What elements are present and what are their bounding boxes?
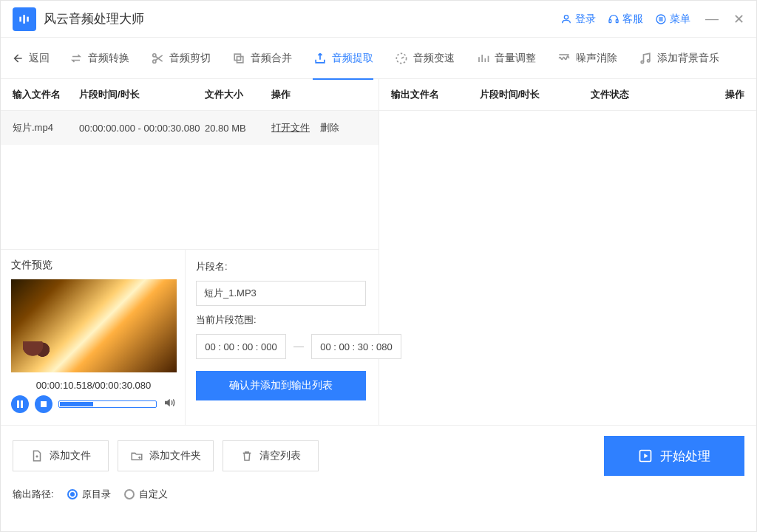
svg-point-10 — [153, 53, 156, 56]
svg-rect-2 — [27, 16, 29, 21]
row-timerange: 00:00:00.000 - 00:00:30.080 — [79, 123, 205, 134]
svg-rect-23 — [21, 400, 23, 408]
tab-volume[interactable]: 音量调整 — [468, 38, 543, 79]
svg-rect-5 — [616, 19, 618, 22]
range-dash — [293, 347, 304, 347]
tab-speed[interactable]: 音频变速 — [387, 38, 462, 79]
speed-icon — [394, 51, 409, 66]
tab-trim[interactable]: 音频剪切 — [143, 38, 218, 79]
scissors-icon — [150, 51, 165, 66]
folder-plus-icon — [130, 449, 143, 463]
pause-icon — [16, 400, 24, 408]
arrow-left-icon — [10, 51, 24, 66]
radio-unchecked-icon — [124, 489, 135, 499]
preview-label: 文件预览 — [11, 259, 176, 272]
clip-start-input[interactable] — [196, 334, 286, 359]
input-header-size: 文件大小 — [205, 88, 271, 101]
preview-timecode: 00:00:10.518/00:00:30.080 — [11, 380, 176, 391]
speaker-icon — [163, 396, 176, 409]
tab-bgm[interactable]: 添加背景音乐 — [631, 38, 727, 79]
output-header-name: 输出文件名 — [391, 88, 480, 101]
file-plus-icon — [30, 449, 44, 463]
radio-checked-icon — [67, 489, 78, 499]
clip-name-input[interactable] — [196, 281, 366, 306]
support-button[interactable]: 客服 — [608, 13, 643, 26]
stop-icon — [40, 400, 47, 408]
confirm-add-output-button[interactable]: 确认并添加到输出列表 — [196, 371, 366, 400]
tab-convert[interactable]: 音频转换 — [61, 38, 137, 79]
input-header-time: 片段时间/时长 — [79, 88, 205, 101]
export-icon — [313, 51, 327, 66]
output-path-original-radio[interactable]: 原目录 — [67, 488, 111, 501]
menu-button[interactable]: 菜单 — [655, 13, 690, 26]
headset-icon — [608, 13, 619, 25]
row-filesize: 20.80 MB — [205, 123, 271, 134]
menu-list-icon — [655, 13, 667, 25]
svg-rect-22 — [17, 400, 19, 408]
wave-icon — [557, 51, 571, 66]
minimize-button[interactable]: — — [705, 11, 719, 27]
bars-icon — [17, 12, 32, 27]
start-process-button[interactable]: 开始处理 — [604, 436, 744, 476]
seek-slider[interactable] — [58, 400, 157, 408]
login-button[interactable]: 登录 — [560, 13, 596, 26]
add-file-button[interactable]: 添加文件 — [13, 440, 109, 471]
output-header-time: 片段时间/时长 — [480, 88, 591, 101]
clear-list-button[interactable]: 清空列表 — [223, 440, 319, 471]
output-path-label: 输出路径: — [13, 488, 54, 501]
input-header-name: 输入文件名 — [13, 88, 79, 101]
video-preview[interactable] — [11, 279, 177, 372]
tab-extract[interactable]: 音频提取 — [305, 38, 381, 79]
trash-icon — [240, 449, 254, 463]
output-header-status: 文件状态 — [591, 88, 629, 101]
svg-rect-24 — [41, 401, 47, 407]
svg-point-21 — [648, 59, 650, 61]
open-file-link[interactable]: 打开文件 — [271, 121, 310, 134]
play-rect-icon — [638, 449, 653, 463]
copy-icon — [231, 51, 246, 66]
volume-button[interactable] — [163, 396, 176, 412]
svg-point-11 — [153, 60, 156, 63]
tab-denoise[interactable]: 噪声消除 — [549, 38, 625, 79]
input-row[interactable]: 短片.mp4 00:00:00.000 - 00:00:30.080 20.80… — [1, 111, 378, 145]
tab-merge[interactable]: 音频合并 — [224, 38, 299, 79]
add-folder-button[interactable]: 添加文件夹 — [118, 440, 214, 471]
swap-icon — [69, 51, 84, 66]
clip-range-label: 当前片段范围: — [196, 313, 401, 327]
clip-name-label: 片段名: — [196, 260, 401, 273]
svg-rect-0 — [19, 16, 21, 21]
stop-button[interactable] — [35, 395, 52, 413]
output-path-custom-radio[interactable]: 自定义 — [124, 488, 168, 501]
svg-rect-1 — [23, 15, 25, 24]
back-button[interactable]: 返回 — [10, 38, 55, 79]
svg-point-20 — [641, 61, 643, 63]
equalizer-icon — [475, 51, 490, 66]
delete-row-link[interactable]: 删除 — [320, 121, 339, 134]
input-header-ops: 操作 — [271, 88, 367, 101]
user-icon — [560, 13, 572, 25]
output-header-ops: 操作 — [629, 88, 745, 101]
row-filename: 短片.mp4 — [13, 121, 79, 134]
svg-rect-4 — [609, 19, 611, 22]
close-button[interactable]: ✕ — [733, 11, 744, 27]
app-logo — [13, 7, 36, 31]
music-icon — [638, 51, 653, 66]
app-title: 风云音频处理大师 — [44, 10, 144, 27]
svg-point-3 — [564, 15, 568, 18]
pause-button[interactable] — [11, 395, 29, 413]
